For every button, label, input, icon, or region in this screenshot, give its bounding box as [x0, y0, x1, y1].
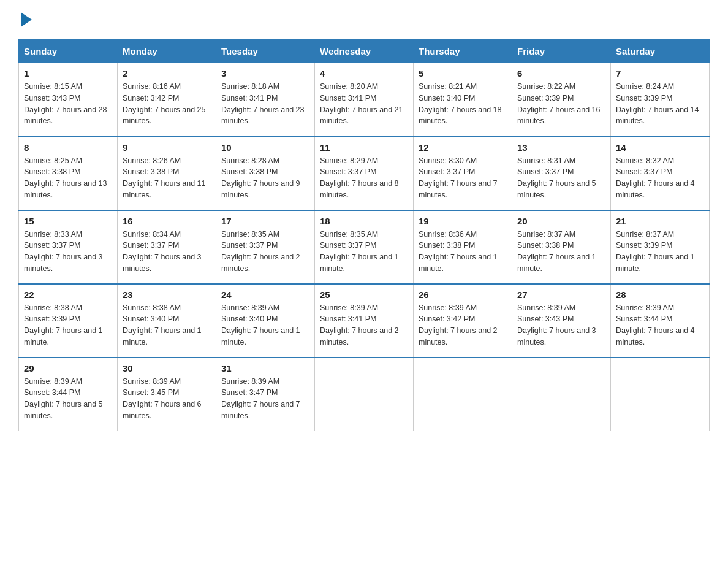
day-info: Sunrise: 8:39 AMSunset: 3:43 PMDaylight:… — [517, 302, 605, 348]
day-number: 31 — [221, 363, 309, 373]
day-number: 8 — [24, 142, 112, 153]
day-number: 2 — [123, 68, 211, 79]
day-number: 9 — [123, 142, 211, 153]
day-number: 3 — [221, 68, 309, 79]
day-number: 24 — [221, 289, 309, 300]
calendar-day-cell: 13 Sunrise: 8:31 AMSunset: 3:37 PMDaylig… — [512, 137, 611, 210]
day-number: 30 — [123, 363, 211, 373]
calendar-week-row: 29 Sunrise: 8:39 AMSunset: 3:44 PMDaylig… — [19, 358, 710, 431]
day-number: 5 — [419, 68, 507, 79]
day-number: 12 — [419, 142, 507, 153]
calendar-day-cell — [512, 358, 611, 431]
day-info: Sunrise: 8:36 AMSunset: 3:38 PMDaylight:… — [419, 229, 507, 275]
calendar-day-cell: 30 Sunrise: 8:39 AMSunset: 3:45 PMDaylig… — [118, 358, 216, 431]
calendar-day-cell: 28 Sunrise: 8:39 AMSunset: 3:44 PMDaylig… — [611, 284, 710, 358]
day-info: Sunrise: 8:39 AMSunset: 3:41 PMDaylight:… — [320, 302, 408, 348]
logo: Blue — [18, 12, 32, 27]
day-info: Sunrise: 8:39 AMSunset: 3:45 PMDaylight:… — [123, 376, 211, 422]
calendar-day-cell: 21 Sunrise: 8:37 AMSunset: 3:39 PMDaylig… — [611, 210, 710, 284]
day-number: 26 — [419, 289, 507, 300]
day-number: 29 — [24, 363, 112, 373]
day-number: 16 — [123, 216, 211, 226]
day-number: 6 — [517, 68, 605, 79]
calendar-day-cell: 11 Sunrise: 8:29 AMSunset: 3:37 PMDaylig… — [315, 137, 414, 210]
day-info: Sunrise: 8:39 AMSunset: 3:44 PMDaylight:… — [24, 376, 112, 422]
day-info: Sunrise: 8:38 AMSunset: 3:39 PMDaylight:… — [24, 302, 112, 348]
calendar-week-row: 15 Sunrise: 8:33 AMSunset: 3:37 PMDaylig… — [19, 210, 710, 284]
day-info: Sunrise: 8:33 AMSunset: 3:37 PMDaylight:… — [24, 229, 112, 275]
day-info: Sunrise: 8:32 AMSunset: 3:37 PMDaylight:… — [616, 155, 704, 201]
calendar-header-cell: Wednesday — [315, 40, 414, 63]
calendar-day-cell: 3 Sunrise: 8:18 AMSunset: 3:41 PMDayligh… — [216, 63, 315, 137]
day-info: Sunrise: 8:38 AMSunset: 3:40 PMDaylight:… — [123, 302, 211, 348]
calendar-header-cell: Saturday — [611, 40, 710, 63]
day-number: 27 — [517, 289, 605, 300]
calendar-day-cell: 23 Sunrise: 8:38 AMSunset: 3:40 PMDaylig… — [118, 284, 216, 358]
calendar-day-cell: 31 Sunrise: 8:39 AMSunset: 3:47 PMDaylig… — [216, 358, 315, 431]
calendar-body: 1 Sunrise: 8:15 AMSunset: 3:43 PMDayligh… — [19, 63, 710, 431]
day-info: Sunrise: 8:26 AMSunset: 3:38 PMDaylight:… — [123, 155, 211, 201]
day-info: Sunrise: 8:37 AMSunset: 3:39 PMDaylight:… — [616, 229, 704, 275]
day-info: Sunrise: 8:30 AMSunset: 3:37 PMDaylight:… — [419, 155, 507, 201]
calendar-day-cell — [611, 358, 710, 431]
day-number: 28 — [616, 289, 704, 300]
calendar-day-cell: 17 Sunrise: 8:35 AMSunset: 3:37 PMDaylig… — [216, 210, 315, 284]
calendar-day-cell: 8 Sunrise: 8:25 AMSunset: 3:38 PMDayligh… — [19, 137, 118, 210]
day-info: Sunrise: 8:16 AMSunset: 3:42 PMDaylight:… — [123, 81, 211, 127]
day-info: Sunrise: 8:39 AMSunset: 3:40 PMDaylight:… — [221, 302, 309, 348]
day-number: 17 — [221, 216, 309, 226]
day-number: 25 — [320, 289, 408, 300]
calendar-day-cell: 24 Sunrise: 8:39 AMSunset: 3:40 PMDaylig… — [216, 284, 315, 358]
calendar-day-cell: 29 Sunrise: 8:39 AMSunset: 3:44 PMDaylig… — [19, 358, 118, 431]
logo-arrow-icon — [21, 12, 32, 27]
day-number: 18 — [320, 216, 408, 226]
calendar-day-cell: 2 Sunrise: 8:16 AMSunset: 3:42 PMDayligh… — [118, 63, 216, 137]
day-number: 11 — [320, 142, 408, 153]
calendar-day-cell: 26 Sunrise: 8:39 AMSunset: 3:42 PMDaylig… — [414, 284, 512, 358]
calendar-header-row: SundayMondayTuesdayWednesdayThursdayFrid… — [19, 40, 710, 63]
calendar-header-cell: Friday — [512, 40, 611, 63]
day-info: Sunrise: 8:24 AMSunset: 3:39 PMDaylight:… — [616, 81, 704, 127]
day-info: Sunrise: 8:39 AMSunset: 3:47 PMDaylight:… — [221, 376, 309, 422]
day-number: 21 — [616, 216, 704, 226]
calendar-day-cell — [414, 358, 512, 431]
calendar-week-row: 22 Sunrise: 8:38 AMSunset: 3:39 PMDaylig… — [19, 284, 710, 358]
day-number: 22 — [24, 289, 112, 300]
calendar-day-cell: 9 Sunrise: 8:26 AMSunset: 3:38 PMDayligh… — [118, 137, 216, 210]
calendar-day-cell: 18 Sunrise: 8:35 AMSunset: 3:37 PMDaylig… — [315, 210, 414, 284]
calendar-day-cell — [315, 358, 414, 431]
day-number: 14 — [616, 142, 704, 153]
day-info: Sunrise: 8:39 AMSunset: 3:42 PMDaylight:… — [419, 302, 507, 348]
calendar-week-row: 1 Sunrise: 8:15 AMSunset: 3:43 PMDayligh… — [19, 63, 710, 137]
day-info: Sunrise: 8:29 AMSunset: 3:37 PMDaylight:… — [320, 155, 408, 201]
day-number: 20 — [517, 216, 605, 226]
day-number: 15 — [24, 216, 112, 226]
calendar-day-cell: 20 Sunrise: 8:37 AMSunset: 3:38 PMDaylig… — [512, 210, 611, 284]
calendar-day-cell: 6 Sunrise: 8:22 AMSunset: 3:39 PMDayligh… — [512, 63, 611, 137]
calendar-week-row: 8 Sunrise: 8:25 AMSunset: 3:38 PMDayligh… — [19, 137, 710, 210]
day-info: Sunrise: 8:31 AMSunset: 3:37 PMDaylight:… — [517, 155, 605, 201]
calendar-day-cell: 27 Sunrise: 8:39 AMSunset: 3:43 PMDaylig… — [512, 284, 611, 358]
day-info: Sunrise: 8:28 AMSunset: 3:38 PMDaylight:… — [221, 155, 309, 201]
calendar-day-cell: 14 Sunrise: 8:32 AMSunset: 3:37 PMDaylig… — [611, 137, 710, 210]
day-number: 13 — [517, 142, 605, 153]
calendar-day-cell: 19 Sunrise: 8:36 AMSunset: 3:38 PMDaylig… — [414, 210, 512, 284]
day-info: Sunrise: 8:18 AMSunset: 3:41 PMDaylight:… — [221, 81, 309, 127]
calendar-day-cell: 7 Sunrise: 8:24 AMSunset: 3:39 PMDayligh… — [611, 63, 710, 137]
day-number: 23 — [123, 289, 211, 300]
day-info: Sunrise: 8:21 AMSunset: 3:40 PMDaylight:… — [419, 81, 507, 127]
day-info: Sunrise: 8:39 AMSunset: 3:44 PMDaylight:… — [616, 302, 704, 348]
day-number: 4 — [320, 68, 408, 79]
calendar-day-cell: 16 Sunrise: 8:34 AMSunset: 3:37 PMDaylig… — [118, 210, 216, 284]
calendar-header-cell: Thursday — [414, 40, 512, 63]
day-number: 19 — [419, 216, 507, 226]
day-info: Sunrise: 8:35 AMSunset: 3:37 PMDaylight:… — [221, 229, 309, 275]
calendar-day-cell: 5 Sunrise: 8:21 AMSunset: 3:40 PMDayligh… — [414, 63, 512, 137]
day-number: 1 — [24, 68, 112, 79]
calendar-day-cell: 1 Sunrise: 8:15 AMSunset: 3:43 PMDayligh… — [19, 63, 118, 137]
day-number: 10 — [221, 142, 309, 153]
calendar-header-cell: Tuesday — [216, 40, 315, 63]
calendar-header-cell: Monday — [118, 40, 216, 63]
day-info: Sunrise: 8:20 AMSunset: 3:41 PMDaylight:… — [320, 81, 408, 127]
day-info: Sunrise: 8:34 AMSunset: 3:37 PMDaylight:… — [123, 229, 211, 275]
